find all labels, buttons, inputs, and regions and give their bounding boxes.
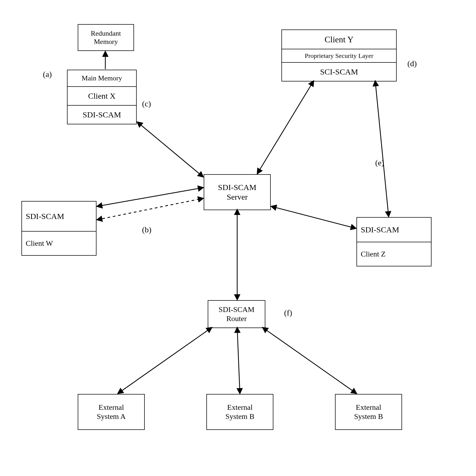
edge-clientw-server-dashed <box>97 198 203 220</box>
node-router: SDI-SCAM Router <box>208 300 265 328</box>
edge-router-extb2 <box>263 328 356 393</box>
client-z-row-sdiscam: SDI-SCAM <box>357 218 431 242</box>
label-a: (a) <box>43 70 52 79</box>
client-y-row-sciscam: SCI-SCAM <box>282 62 396 81</box>
redundant-memory-line2: Memory <box>94 38 118 46</box>
client-x-row-sdiscam: SDI-SCAM <box>68 105 136 124</box>
router-line2: Router <box>226 314 247 323</box>
client-y-row-client: Client Y <box>282 30 396 49</box>
ext-a-line2: System A <box>97 412 126 421</box>
label-f: (f) <box>284 308 292 317</box>
redundant-memory-line1: Redundant <box>91 29 121 38</box>
node-server: SDI-SCAM Server <box>204 174 271 210</box>
server-line1: SDI-SCAM <box>218 183 256 192</box>
node-external-system-b-2: External System B <box>335 394 402 430</box>
node-client-x: Main Memory Client X SDI-SCAM <box>67 70 137 124</box>
edge-clienty-clientz <box>375 81 389 217</box>
label-e: (e) <box>375 158 384 167</box>
label-b: (b) <box>142 225 151 234</box>
edge-clientx-server <box>137 122 203 177</box>
edge-server-clientz <box>271 206 356 228</box>
ext-b-line1: External <box>227 403 253 412</box>
ext-b-line2: System B <box>225 412 254 421</box>
edge-router-extb <box>237 328 240 393</box>
client-z-row-client: Client Z <box>357 242 431 266</box>
server-line2: Server <box>227 192 248 202</box>
edge-clientw-server-solid <box>97 188 203 206</box>
edge-clienty-server <box>257 81 314 174</box>
ext-a-line1: External <box>99 403 124 412</box>
node-external-system-b: External System B <box>206 394 273 430</box>
client-x-row-client: Client X <box>68 86 136 105</box>
node-external-system-a: External System A <box>78 394 145 430</box>
client-w-row-client: Client W <box>22 231 96 255</box>
node-client-w: SDI-SCAM Client W <box>21 201 96 256</box>
client-w-row-sdiscam: SDI-SCAM <box>22 202 96 231</box>
router-line1: SDI-SCAM <box>219 305 255 314</box>
ext-b2-line1: External <box>356 403 381 412</box>
label-d: (d) <box>407 59 417 68</box>
label-c: (c) <box>142 99 151 108</box>
ext-b2-line2: System B <box>354 412 383 421</box>
node-client-z: SDI-SCAM Client Z <box>356 217 432 266</box>
client-y-row-proprietary: Proprietary Security Layer <box>282 49 396 62</box>
edge-router-exta <box>118 328 212 393</box>
node-redundant-memory: Redundant Memory <box>78 24 134 51</box>
node-client-y: Client Y Proprietary Security Layer SCI-… <box>281 29 397 81</box>
client-x-row-main-memory: Main Memory <box>68 70 136 86</box>
